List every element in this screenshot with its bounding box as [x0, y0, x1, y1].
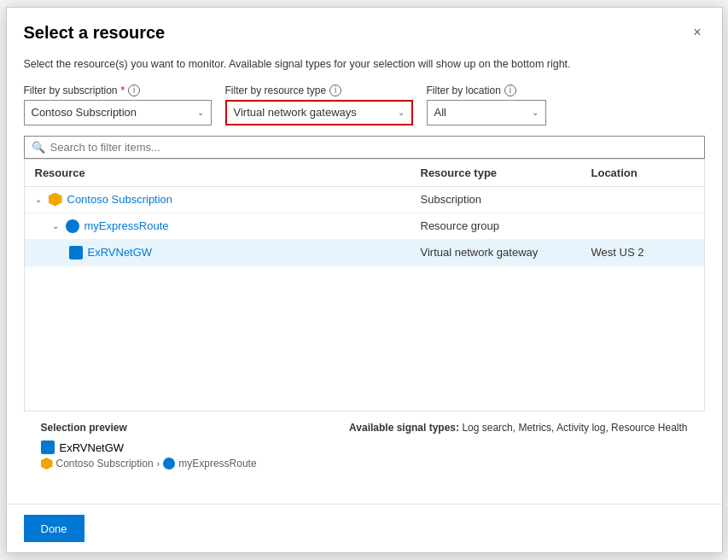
- resource-type-rg: Resource group: [421, 219, 591, 232]
- preview-subscription-name: Contoso Subscription: [56, 458, 154, 470]
- preview-rg-name: myExpressRoute: [178, 458, 256, 470]
- col-header-location: Location: [591, 166, 694, 179]
- preview-rg-icon: [163, 458, 175, 470]
- preview-subscription-icon: [41, 458, 53, 470]
- subscription-info-icon[interactable]: i: [128, 85, 140, 96]
- subscription-select[interactable]: Contoso Subscription ⌄: [24, 100, 212, 125]
- search-input[interactable]: [50, 141, 697, 154]
- table-header: Resource Resource type Location: [25, 160, 704, 187]
- dialog-title: Select a resource: [24, 23, 166, 43]
- resource-cell-subscription: ⌄ Contoso Subscription: [35, 193, 421, 207]
- gateway-icon: [69, 246, 83, 260]
- required-star: *: [121, 85, 125, 96]
- table-row[interactable]: ⌄ Contoso Subscription Subscription: [25, 187, 704, 213]
- filters-row: Filter by subscription * i Contoso Subsc…: [24, 85, 705, 125]
- resource-cell-rg: ⌄ myExpressRoute: [35, 219, 421, 233]
- resource-table: Resource Resource type Location ⌄ Contos…: [24, 159, 705, 412]
- resource-name-gateway: ExRVNetGW: [88, 246, 153, 259]
- signal-types: Available signal types: Log search, Metr…: [349, 422, 687, 434]
- preview-path: Contoso Subscription › myExpressRoute: [41, 458, 257, 470]
- signal-types-label: Available signal types:: [349, 422, 459, 434]
- preview-item-gateway: ExRVNetGW: [41, 440, 257, 454]
- location-chevron-icon: ⌄: [532, 108, 539, 117]
- dialog-header: Select a resource ×: [7, 8, 722, 50]
- resource-type-gateway: Virtual network gateway: [421, 246, 591, 259]
- subscription-icon: [49, 193, 62, 207]
- resource-name-rg: myExpressRoute: [84, 219, 169, 232]
- done-button[interactable]: Done: [24, 515, 84, 542]
- selection-preview-left: Selection preview ExRVNetGW Contoso Subs…: [41, 422, 257, 470]
- preview-resource-name: ExRVNetGW: [60, 441, 125, 454]
- resource-group-icon: [66, 219, 79, 233]
- select-resource-dialog: Select a resource × Select the resource(…: [6, 7, 723, 553]
- location-value: All: [434, 106, 446, 119]
- resource-type-filter-label: Filter by resource type i: [225, 85, 413, 96]
- subscription-filter-group: Filter by subscription * i Contoso Subsc…: [24, 85, 212, 125]
- expand-icon-rg: ⌄: [52, 221, 59, 230]
- info-text: Select the resource(s) you want to monit…: [24, 57, 705, 73]
- location-gateway: West US 2: [591, 246, 694, 259]
- search-box-wrapper: 🔍: [24, 136, 705, 159]
- selection-preview-label: Selection preview: [41, 422, 257, 434]
- resource-type-chevron-icon: ⌄: [398, 108, 405, 117]
- subscription-value: Contoso Subscription: [32, 106, 137, 119]
- selection-preview-area: Selection preview ExRVNetGW Contoso Subs…: [24, 411, 705, 497]
- col-header-resource-type: Resource type: [421, 166, 591, 179]
- location-info-icon[interactable]: i: [504, 85, 516, 96]
- location-filter-label: Filter by location i: [427, 85, 546, 96]
- resource-type-value: Virtual network gateways: [234, 106, 357, 119]
- table-row[interactable]: ⌄ myExpressRoute Resource group: [25, 213, 704, 240]
- resource-type-select[interactable]: Virtual network gateways ⌄: [225, 100, 413, 125]
- path-arrow-icon: ›: [157, 458, 160, 469]
- resource-type-subscription: Subscription: [421, 193, 591, 206]
- subscription-chevron-icon: ⌄: [197, 108, 204, 117]
- signal-types-values: Log search, Metrics, Activity log, Resou…: [462, 422, 687, 434]
- search-icon: 🔍: [32, 141, 45, 154]
- preview-gateway-icon: [41, 440, 55, 454]
- table-row[interactable]: ExRVNetGW Virtual network gateway West U…: [25, 240, 704, 266]
- resource-type-info-icon[interactable]: i: [329, 85, 341, 96]
- resource-type-filter-group: Filter by resource type i Virtual networ…: [225, 85, 413, 125]
- col-header-resource: Resource: [35, 166, 421, 179]
- dialog-body: Select the resource(s) you want to monit…: [7, 50, 722, 504]
- location-filter-group: Filter by location i All ⌄: [427, 85, 546, 125]
- subscription-filter-label: Filter by subscription * i: [24, 85, 212, 96]
- resource-cell-gateway: ExRVNetGW: [35, 246, 421, 260]
- dialog-footer: Done: [7, 504, 722, 552]
- resource-name-subscription: Contoso Subscription: [67, 193, 173, 206]
- location-select[interactable]: All ⌄: [427, 100, 546, 125]
- close-button[interactable]: ×: [690, 21, 704, 44]
- expand-icon-subscription: ⌄: [35, 195, 42, 204]
